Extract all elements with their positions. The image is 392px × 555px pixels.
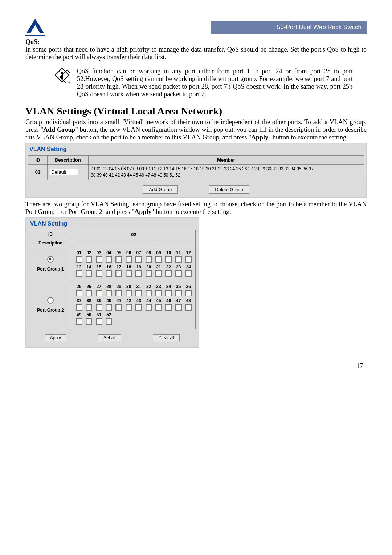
port-group-2-ports: 2526272829303132333435363738394041424344… <box>72 281 196 329</box>
add-group-button[interactable]: Add Group <box>143 185 178 194</box>
port-checkbox[interactable] <box>135 270 142 277</box>
clear-all-button[interactable]: Clear all <box>153 334 180 341</box>
delete-group-button[interactable]: Delete Group <box>209 185 249 194</box>
port-checkbox[interactable] <box>86 304 92 311</box>
port-label: 52 <box>104 312 113 317</box>
description-input[interactable] <box>50 169 78 175</box>
port-checkbox[interactable] <box>96 318 102 325</box>
description-input-2[interactable] <box>152 240 152 246</box>
vlan-table-2: ID 02 Description Port Group 1 010203040… <box>29 230 196 329</box>
port-checkbox[interactable] <box>185 290 192 296</box>
port-group-1-radio[interactable] <box>47 256 54 263</box>
port-label: 25 <box>74 284 83 289</box>
port-label: 46 <box>164 298 173 303</box>
port-group-2-cell: Port Group 2 <box>29 281 72 329</box>
port-checkbox[interactable] <box>135 304 142 311</box>
port-checkbox[interactable] <box>106 318 112 325</box>
port-checkbox[interactable] <box>185 304 192 311</box>
port-checkbox[interactable] <box>115 304 122 311</box>
port-checkbox[interactable] <box>76 304 82 311</box>
port-checkbox[interactable] <box>96 256 102 263</box>
port-label: 17 <box>114 264 123 270</box>
port-label: 47 <box>174 298 183 303</box>
port-checkbox[interactable] <box>185 270 192 277</box>
set-all-button[interactable]: Set all <box>98 334 121 341</box>
header-title-bar: 50-Port Dual Web Rack Switch <box>211 21 367 34</box>
port-label: 30 <box>124 284 133 289</box>
port-label: 51 <box>94 312 103 317</box>
vlan-para1: Group individual ports into a small "Vir… <box>25 118 367 141</box>
port-checkbox[interactable] <box>146 256 152 263</box>
port-checkbox[interactable] <box>76 270 82 277</box>
port-checkbox[interactable] <box>126 304 132 311</box>
port-checkbox[interactable] <box>146 290 152 296</box>
port-checkbox[interactable] <box>96 304 102 311</box>
port-label: 24 <box>184 264 193 270</box>
port-checkbox[interactable] <box>96 270 102 277</box>
port-label: 16 <box>104 264 113 270</box>
port-checkbox[interactable] <box>175 304 182 311</box>
row-member: 01 02 03 04 05 06 07 08 09 10 11 12 13 1… <box>89 165 364 180</box>
port-checkbox[interactable] <box>155 256 162 263</box>
port-checkbox[interactable] <box>155 304 162 311</box>
row-desc-cell <box>48 165 89 180</box>
port-checkbox[interactable] <box>106 290 112 296</box>
port-checkbox[interactable] <box>126 256 132 263</box>
port-checkbox[interactable] <box>126 290 132 296</box>
vlan-table-1: ID Description Member 01 01 02 03 04 05 … <box>28 155 364 180</box>
port-group-2-radio[interactable] <box>47 297 54 304</box>
vlan-setting-box-2: VLAN Setting ID 02 Description Port Grou… <box>25 217 199 348</box>
svg-point-2 <box>61 72 63 74</box>
port-checkbox[interactable] <box>175 270 182 277</box>
port-checkbox[interactable] <box>76 318 82 325</box>
vlan-heading: VLAN Settings (Virtual Local Area Networ… <box>25 105 367 117</box>
port-label: 28 <box>104 284 113 289</box>
port-group-1-cell: Port Group 1 <box>29 247 72 281</box>
apply-button[interactable]: Apply <box>45 334 66 341</box>
port-checkbox[interactable] <box>185 256 192 263</box>
port-label: 06 <box>124 250 133 255</box>
port-checkbox[interactable] <box>165 256 172 263</box>
qos-note: QoS function can be working in any port … <box>77 68 353 98</box>
description-label: Description <box>29 239 72 247</box>
port-label: 45 <box>154 298 163 303</box>
id-label: ID <box>29 230 72 239</box>
port-checkbox[interactable] <box>86 318 92 325</box>
port-label: 18 <box>124 264 133 270</box>
port-checkbox[interactable] <box>165 304 172 311</box>
port-checkbox[interactable] <box>96 290 102 296</box>
port-checkbox[interactable] <box>76 256 82 263</box>
port-checkbox[interactable] <box>175 256 182 263</box>
port-checkbox[interactable] <box>106 256 112 263</box>
port-checkbox[interactable] <box>175 290 182 296</box>
port-checkbox[interactable] <box>135 256 142 263</box>
port-checkbox[interactable] <box>115 290 122 296</box>
port-checkbox[interactable] <box>146 304 152 311</box>
port-checkbox[interactable] <box>115 270 122 277</box>
port-label: 34 <box>164 284 173 289</box>
col-id: ID <box>28 156 48 165</box>
port-checkbox[interactable] <box>86 270 92 277</box>
port-checkbox[interactable] <box>106 304 112 311</box>
port-checkbox[interactable] <box>76 290 82 296</box>
port-checkbox[interactable] <box>135 290 142 296</box>
vlan-box1-title: VLAN Setting <box>29 146 364 153</box>
port-label: 01 <box>74 250 83 255</box>
port-checkbox[interactable] <box>155 290 162 296</box>
port-label: 37 <box>74 298 83 303</box>
port-label: 26 <box>84 284 93 289</box>
port-checkbox[interactable] <box>86 256 92 263</box>
port-checkbox[interactable] <box>165 270 172 277</box>
port-label: 03 <box>94 250 103 255</box>
port-checkbox[interactable] <box>146 270 152 277</box>
port-label: 33 <box>154 284 163 289</box>
port-checkbox[interactable] <box>165 290 172 296</box>
port-checkbox[interactable] <box>106 270 112 277</box>
port-label: 08 <box>144 250 153 255</box>
port-checkbox[interactable] <box>155 270 162 277</box>
port-label: 29 <box>114 284 123 289</box>
port-label: 43 <box>134 298 143 303</box>
port-checkbox[interactable] <box>115 256 122 263</box>
port-checkbox[interactable] <box>86 290 92 296</box>
port-checkbox[interactable] <box>126 270 132 277</box>
